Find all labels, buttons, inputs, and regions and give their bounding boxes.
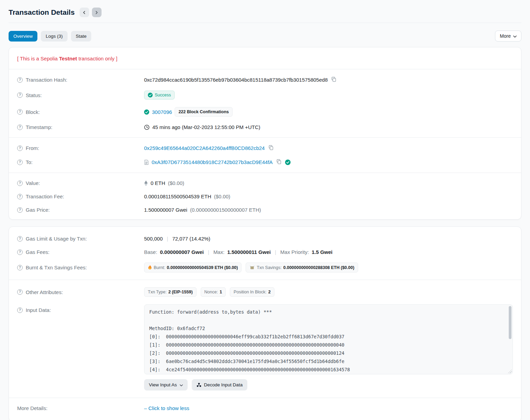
- check-circle-icon: [144, 109, 149, 115]
- row-gas-fees: ? Gas Fees: Base: 0.000000007 Gwei | Max…: [17, 245, 513, 259]
- help-icon[interactable]: ?: [17, 289, 23, 295]
- value-amount: 0 ETH: [151, 180, 165, 186]
- burnt-savings-label: ? Burnt & Txn Savings Fees:: [17, 265, 144, 270]
- chevron-down-icon: [513, 33, 517, 39]
- divider: [9, 398, 521, 398]
- help-icon[interactable]: ?: [17, 125, 23, 130]
- burnt-fees-badge: Burnt: 0.000000000000504539 ETH ($0.00): [144, 262, 242, 272]
- burnt-label: Burnt:: [154, 265, 165, 270]
- help-icon[interactable]: ?: [17, 249, 23, 255]
- copy-to-address-button[interactable]: [275, 159, 282, 165]
- status-label: ? Status:: [17, 92, 144, 98]
- divider: [9, 69, 521, 69]
- gas-fees-label: ? Gas Fees:: [17, 249, 144, 255]
- block-confirmations-badge: 222 Block Confirmations: [175, 107, 233, 117]
- row-to: ? To: 0xA3f07D6773514480b918C2742b027b3a…: [17, 155, 513, 169]
- from-address-link[interactable]: 0x259c49E65644a020C2A642260a4ffB0CD862cb…: [144, 145, 265, 151]
- gas-price-label: ? Gas Price:: [17, 207, 144, 213]
- row-timestamp: ? Timestamp: 45 mins ago (Mar-02-2023 12…: [17, 120, 513, 134]
- help-icon[interactable]: ?: [17, 194, 23, 199]
- help-icon[interactable]: ?: [17, 265, 23, 270]
- txn-savings-label: Txn Savings:: [257, 265, 281, 270]
- money-wings-icon: [249, 265, 255, 270]
- max-fee-label: Max:: [213, 249, 225, 255]
- nonce-badge: Nonce: 1: [201, 287, 226, 297]
- more-button-label: More: [500, 33, 511, 39]
- help-icon[interactable]: ?: [17, 207, 23, 213]
- tab-logs[interactable]: Logs (3): [41, 31, 68, 42]
- scrollbar-thumb[interactable]: [509, 306, 511, 339]
- txn-savings-value: 0.000000000000288308 ETH ($0.00): [283, 265, 354, 270]
- block-number-link[interactable]: 3007096: [152, 109, 172, 115]
- copy-icon: [276, 159, 282, 165]
- value-usd: ($0.00): [168, 180, 185, 186]
- resize-handle[interactable]: [508, 370, 512, 373]
- timestamp-label: ? Timestamp:: [17, 124, 144, 130]
- row-more-details: More Details: – Click to show less: [17, 401, 513, 419]
- row-from: ? From: 0x259c49E65644a020C2A642260a4ffB…: [17, 141, 513, 155]
- transaction-details-page: Transaction Details Overview Logs (3) St…: [0, 0, 530, 420]
- txn-type-badge: Txn Type: 2 (EIP-1559): [144, 287, 197, 297]
- divider: [9, 280, 521, 280]
- row-block: ? Block: 3007096 222 Block Confirmations: [17, 103, 513, 120]
- chevron-right-icon: [95, 11, 98, 14]
- help-icon[interactable]: ?: [17, 109, 23, 115]
- more-button[interactable]: More: [495, 31, 521, 42]
- tabs-row: Overview Logs (3) State More: [9, 31, 521, 42]
- txn-savings-badge: Txn Savings: 0.000000000000288308 ETH ($…: [246, 262, 358, 272]
- row-gas-price: ? Gas Price: 1.500000007 Gwei (0.0000000…: [17, 203, 513, 217]
- help-icon[interactable]: ?: [17, 236, 23, 242]
- value-label: ? Value:: [17, 180, 144, 186]
- help-icon[interactable]: ?: [17, 307, 23, 313]
- eth-diamond-icon: [144, 180, 148, 186]
- input-data-box[interactable]: Function: forward(address to,bytes data)…: [144, 304, 513, 374]
- transaction-fee-amount: 0.000108115500504539 ETH: [144, 194, 211, 199]
- chevron-left-icon: [82, 11, 86, 14]
- max-priority-fee-label: Max Priority:: [280, 249, 309, 255]
- previous-txn-button[interactable]: [80, 8, 89, 17]
- copy-hash-button[interactable]: [330, 77, 337, 83]
- copy-from-address-button[interactable]: [268, 145, 274, 151]
- to-address-link[interactable]: 0xA3f07D6773514480b918C2742b027b3acD9E44…: [152, 159, 273, 165]
- position-in-block-badge: Position In Block: 2: [230, 287, 274, 297]
- flame-icon: [148, 265, 152, 270]
- input-data-label: ? Input Data:: [17, 304, 144, 313]
- tab-state[interactable]: State: [71, 31, 92, 42]
- row-burnt-savings: ? Burnt & Txn Savings Fees: Burnt: 0.000…: [17, 259, 513, 276]
- separator: |: [273, 249, 278, 255]
- gas-usage-value: 72,077 (14.42%): [172, 236, 210, 242]
- base-fee-label: Base:: [144, 249, 157, 255]
- help-icon[interactable]: ?: [17, 180, 23, 186]
- input-data-buttons: View Input As Decode Input Data: [144, 379, 513, 390]
- chevron-down-icon: [180, 382, 183, 387]
- testnet-notice-suffix: transaction only ]: [77, 56, 118, 61]
- txn-nav-buttons: [80, 8, 102, 17]
- copy-icon: [331, 77, 337, 83]
- next-txn-button[interactable]: [92, 8, 102, 17]
- separator: |: [207, 249, 211, 255]
- max-fee-value: 1.500000011 Gwei: [227, 249, 271, 255]
- testnet-notice-bold: Testnet: [59, 56, 77, 61]
- contract-file-icon: [144, 160, 149, 165]
- row-transaction-fee: ? Transaction Fee: 0.000108115500504539 …: [17, 190, 513, 203]
- input-data-text: Function: forward(address to,bytes data)…: [149, 308, 504, 374]
- verified-check-icon: [285, 160, 291, 165]
- row-gas-limit-usage: ? Gas Limit & Usage by Txn: 500,000 | 72…: [17, 230, 513, 245]
- transaction-fee-usd: ($0.00): [214, 194, 231, 199]
- show-less-link[interactable]: – Click to show less: [144, 405, 189, 411]
- help-icon[interactable]: ?: [17, 160, 23, 165]
- help-icon[interactable]: ?: [17, 92, 23, 98]
- tab-list: Overview Logs (3) State: [9, 31, 91, 42]
- decode-input-data-button[interactable]: Decode Input Data: [192, 379, 248, 390]
- row-transaction-hash: ? Transaction Hash: 0xc72d984ccac6190b5f…: [17, 73, 513, 87]
- gas-price-eth: (0.000000001500000007 ETH): [190, 207, 261, 213]
- help-icon[interactable]: ?: [17, 145, 23, 151]
- view-input-as-button[interactable]: View Input As: [144, 379, 188, 390]
- gas-limit-value: 500,000: [144, 236, 163, 242]
- help-icon[interactable]: ?: [17, 77, 23, 83]
- gas-price-amount: 1.500000007 Gwei: [144, 207, 187, 213]
- tab-overview[interactable]: Overview: [9, 31, 37, 42]
- base-fee-value: 0.000000007 Gwei: [160, 249, 204, 255]
- divider: [9, 137, 521, 138]
- testnet-notice: [ This is a Sepolia Testnet transaction …: [17, 50, 513, 66]
